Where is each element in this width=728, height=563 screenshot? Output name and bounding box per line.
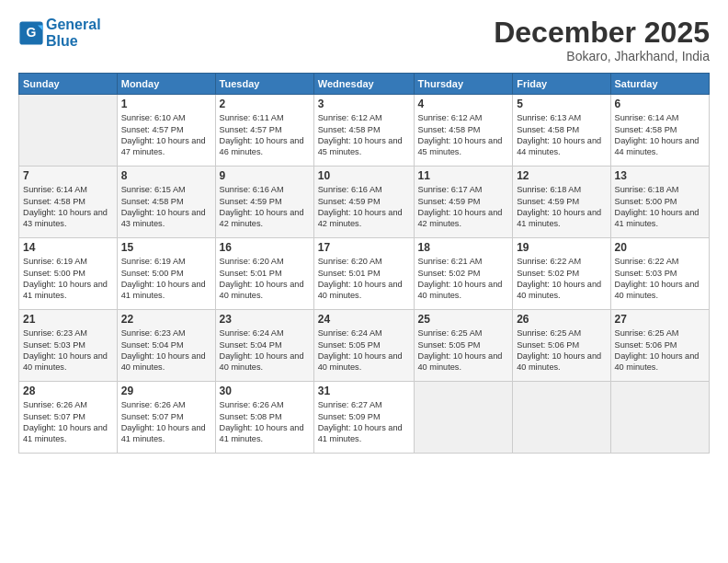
- day-info: Sunrise: 6:20 AM Sunset: 5:01 PM Dayligh…: [318, 256, 410, 302]
- day-number: 7: [23, 169, 113, 182]
- calendar-cell: 11Sunrise: 6:17 AM Sunset: 4:59 PM Dayli…: [414, 167, 513, 238]
- calendar-cell: 24Sunrise: 6:24 AM Sunset: 5:05 PM Dayli…: [313, 310, 414, 382]
- day-info: Sunrise: 6:13 AM Sunset: 4:58 PM Dayligh…: [517, 112, 606, 158]
- day-info: Sunrise: 6:18 AM Sunset: 5:00 PM Dayligh…: [615, 184, 706, 230]
- calendar-cell: 10Sunrise: 6:16 AM Sunset: 4:59 PM Dayli…: [313, 167, 414, 238]
- calendar-cell: [414, 382, 513, 454]
- calendar-cell: 3Sunrise: 6:12 AM Sunset: 4:58 PM Daylig…: [313, 95, 414, 167]
- day-info: Sunrise: 6:20 AM Sunset: 5:01 PM Dayligh…: [220, 256, 310, 302]
- col-header-sunday: Sunday: [19, 74, 118, 95]
- day-number: 20: [615, 241, 706, 254]
- calendar-cell: 8Sunrise: 6:15 AM Sunset: 4:58 PM Daylig…: [117, 167, 215, 238]
- calendar-cell: [513, 382, 610, 454]
- day-number: 3: [318, 98, 410, 110]
- day-info: Sunrise: 6:26 AM Sunset: 5:07 PM Dayligh…: [121, 399, 211, 445]
- day-number: 19: [517, 241, 606, 254]
- calendar-cell: 14Sunrise: 6:19 AM Sunset: 5:00 PM Dayli…: [19, 238, 118, 310]
- day-info: Sunrise: 6:12 AM Sunset: 4:58 PM Dayligh…: [318, 112, 410, 158]
- day-info: Sunrise: 6:24 AM Sunset: 5:05 PM Dayligh…: [318, 327, 410, 373]
- calendar-cell: 13Sunrise: 6:18 AM Sunset: 5:00 PM Dayli…: [610, 167, 710, 238]
- day-number: 6: [615, 98, 706, 110]
- calendar-cell: 22Sunrise: 6:23 AM Sunset: 5:04 PM Dayli…: [117, 310, 215, 382]
- calendar-cell: 16Sunrise: 6:20 AM Sunset: 5:01 PM Dayli…: [215, 238, 313, 310]
- day-info: Sunrise: 6:14 AM Sunset: 4:58 PM Dayligh…: [23, 184, 113, 230]
- day-number: 18: [418, 241, 509, 254]
- calendar-cell: 28Sunrise: 6:26 AM Sunset: 5:07 PM Dayli…: [19, 382, 118, 454]
- day-number: 5: [517, 98, 606, 110]
- calendar-cell: 6Sunrise: 6:14 AM Sunset: 4:58 PM Daylig…: [610, 95, 710, 167]
- calendar-cell: 12Sunrise: 6:18 AM Sunset: 4:59 PM Dayli…: [513, 167, 610, 238]
- day-number: 22: [121, 313, 211, 326]
- day-number: 15: [121, 241, 211, 254]
- day-number: 27: [615, 313, 706, 326]
- day-number: 26: [517, 313, 606, 326]
- calendar-cell: 26Sunrise: 6:25 AM Sunset: 5:06 PM Dayli…: [513, 310, 610, 382]
- day-number: 13: [615, 169, 706, 182]
- day-info: Sunrise: 6:11 AM Sunset: 4:57 PM Dayligh…: [220, 112, 310, 158]
- calendar-cell: 9Sunrise: 6:16 AM Sunset: 4:59 PM Daylig…: [215, 167, 313, 238]
- day-number: 4: [418, 98, 509, 110]
- calendar-cell: 19Sunrise: 6:22 AM Sunset: 5:02 PM Dayli…: [513, 238, 610, 310]
- week-row-4: 21Sunrise: 6:23 AM Sunset: 5:03 PM Dayli…: [19, 310, 710, 382]
- header: G General Blue December 2025 Bokaro, Jha…: [18, 17, 710, 63]
- calendar-cell: 20Sunrise: 6:22 AM Sunset: 5:03 PM Dayli…: [610, 238, 710, 310]
- calendar-cell: 23Sunrise: 6:24 AM Sunset: 5:04 PM Dayli…: [215, 310, 313, 382]
- day-info: Sunrise: 6:23 AM Sunset: 5:03 PM Dayligh…: [23, 327, 113, 373]
- week-row-1: 1Sunrise: 6:10 AM Sunset: 4:57 PM Daylig…: [19, 95, 710, 167]
- day-number: 11: [418, 169, 509, 182]
- col-header-saturday: Saturday: [610, 74, 710, 95]
- day-info: Sunrise: 6:12 AM Sunset: 4:58 PM Dayligh…: [418, 112, 509, 158]
- day-number: 8: [121, 169, 211, 182]
- day-info: Sunrise: 6:16 AM Sunset: 4:59 PM Dayligh…: [220, 184, 310, 230]
- day-info: Sunrise: 6:23 AM Sunset: 5:04 PM Dayligh…: [121, 327, 211, 373]
- day-number: 2: [220, 98, 310, 110]
- day-number: 12: [517, 169, 606, 182]
- day-info: Sunrise: 6:25 AM Sunset: 5:06 PM Dayligh…: [517, 327, 606, 373]
- day-info: Sunrise: 6:19 AM Sunset: 5:00 PM Dayligh…: [121, 256, 211, 302]
- day-number: 29: [121, 385, 211, 397]
- day-info: Sunrise: 6:14 AM Sunset: 4:58 PM Dayligh…: [615, 112, 706, 158]
- calendar-cell: 18Sunrise: 6:21 AM Sunset: 5:02 PM Dayli…: [414, 238, 513, 310]
- day-info: Sunrise: 6:24 AM Sunset: 5:04 PM Dayligh…: [220, 327, 310, 373]
- day-info: Sunrise: 6:17 AM Sunset: 4:59 PM Dayligh…: [418, 184, 509, 230]
- day-info: Sunrise: 6:18 AM Sunset: 4:59 PM Dayligh…: [517, 184, 606, 230]
- calendar-cell: 27Sunrise: 6:25 AM Sunset: 5:06 PM Dayli…: [610, 310, 710, 382]
- day-info: Sunrise: 6:16 AM Sunset: 4:59 PM Dayligh…: [318, 184, 410, 230]
- day-number: 16: [220, 241, 310, 254]
- day-number: 28: [23, 385, 113, 397]
- logo-icon: G: [18, 20, 44, 46]
- logo: G General Blue: [18, 17, 101, 49]
- day-number: 30: [220, 385, 310, 397]
- col-header-monday: Monday: [117, 74, 215, 95]
- day-number: 21: [23, 313, 113, 326]
- day-info: Sunrise: 6:27 AM Sunset: 5:09 PM Dayligh…: [318, 399, 410, 445]
- day-info: Sunrise: 6:25 AM Sunset: 5:05 PM Dayligh…: [418, 327, 509, 373]
- day-number: 14: [23, 241, 113, 254]
- month-title: December 2025: [494, 17, 710, 49]
- header-row: SundayMondayTuesdayWednesdayThursdayFrid…: [19, 74, 710, 95]
- day-number: 25: [418, 313, 509, 326]
- col-header-thursday: Thursday: [414, 74, 513, 95]
- calendar-cell: 15Sunrise: 6:19 AM Sunset: 5:00 PM Dayli…: [117, 238, 215, 310]
- calendar-cell: 17Sunrise: 6:20 AM Sunset: 5:01 PM Dayli…: [313, 238, 414, 310]
- title-block: December 2025 Bokaro, Jharkhand, India: [494, 17, 710, 63]
- calendar-cell: 2Sunrise: 6:11 AM Sunset: 4:57 PM Daylig…: [215, 95, 313, 167]
- day-info: Sunrise: 6:21 AM Sunset: 5:02 PM Dayligh…: [418, 256, 509, 302]
- day-number: 24: [318, 313, 410, 326]
- day-number: 31: [318, 385, 410, 397]
- day-number: 23: [220, 313, 310, 326]
- day-info: Sunrise: 6:22 AM Sunset: 5:03 PM Dayligh…: [615, 256, 706, 302]
- calendar-cell: 21Sunrise: 6:23 AM Sunset: 5:03 PM Dayli…: [19, 310, 118, 382]
- day-info: Sunrise: 6:22 AM Sunset: 5:02 PM Dayligh…: [517, 256, 606, 302]
- day-info: Sunrise: 6:15 AM Sunset: 4:58 PM Dayligh…: [121, 184, 211, 230]
- day-info: Sunrise: 6:25 AM Sunset: 5:06 PM Dayligh…: [615, 327, 706, 373]
- calendar-page: G General Blue December 2025 Bokaro, Jha…: [0, 0, 728, 563]
- svg-text:G: G: [27, 25, 37, 40]
- day-number: 10: [318, 169, 410, 182]
- day-info: Sunrise: 6:10 AM Sunset: 4:57 PM Dayligh…: [121, 112, 211, 158]
- calendar-table: SundayMondayTuesdayWednesdayThursdayFrid…: [18, 73, 710, 454]
- location: Bokaro, Jharkhand, India: [494, 49, 710, 63]
- calendar-cell: 1Sunrise: 6:10 AM Sunset: 4:57 PM Daylig…: [117, 95, 215, 167]
- col-header-wednesday: Wednesday: [313, 74, 414, 95]
- calendar-cell: 7Sunrise: 6:14 AM Sunset: 4:58 PM Daylig…: [19, 167, 118, 238]
